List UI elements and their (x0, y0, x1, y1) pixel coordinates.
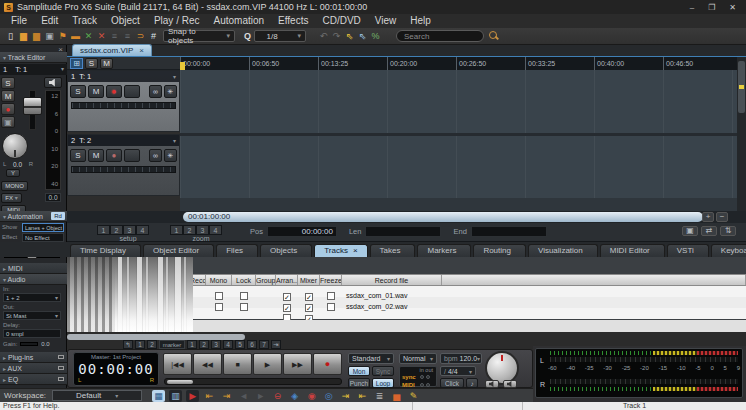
setup-preset-button[interactable]: 3 (123, 225, 136, 235)
marker-button[interactable]: 3 (211, 340, 221, 349)
toolbar-icon[interactable]: ▆ (30, 29, 43, 44)
bpm-select[interactable]: bpm 120.0▾ (440, 353, 482, 364)
output-select[interactable]: St Mast▾ (3, 311, 61, 320)
docker-tab[interactable]: Visualization (528, 244, 598, 257)
transport-button[interactable]: ▶ (253, 353, 282, 375)
time-display[interactable]: Master: 1st Project 00:00:00 L R (73, 352, 159, 386)
column-header[interactable]: Lock (232, 275, 256, 285)
mute-button[interactable]: M (1, 90, 15, 102)
workspace-select[interactable]: Default ▾ (52, 390, 142, 401)
column-header[interactable]: Arran... (276, 275, 298, 285)
range-recall-button[interactable]: 2 (147, 340, 157, 349)
workspace-tool-icon[interactable]: ⇥ (220, 390, 233, 402)
close-icon[interactable]: × (139, 46, 144, 55)
toolbar-icon[interactable]: ▬ (69, 29, 82, 44)
track-mute-button[interactable]: M (88, 85, 104, 98)
link-icon[interactable]: ∞ (149, 85, 162, 98)
table-row[interactable]: ssdax_com_01.wav (190, 286, 746, 297)
track-record-button[interactable]: ● (106, 85, 122, 98)
workspace-tool-icon[interactable]: ◈ (288, 390, 301, 402)
effect-select[interactable]: No Effect (22, 233, 64, 242)
docker-tab[interactable]: Object Editor (143, 244, 214, 257)
workspace-tool-icon[interactable]: ⇤ (203, 390, 216, 402)
menu-item[interactable]: Object (104, 14, 147, 28)
docker-tab[interactable]: Routing (473, 244, 526, 257)
menu-item[interactable]: Automation (206, 14, 271, 28)
toolbar-icon[interactable]: # (147, 29, 160, 44)
zoom-out-button[interactable]: − (716, 212, 728, 222)
column-header[interactable] (442, 275, 746, 285)
search-icon[interactable] (489, 31, 499, 41)
all-solo-button[interactable]: S (85, 58, 98, 69)
column-header[interactable]: Group (256, 275, 276, 285)
marker-button[interactable]: 5 (235, 340, 245, 349)
scrub-slider[interactable] (164, 378, 342, 385)
zoom-preset-button[interactable]: 3 (196, 225, 209, 235)
workspace-tool-icon[interactable]: ► (254, 390, 267, 402)
table-row[interactable] (190, 308, 746, 319)
docker-tab[interactable]: Files (216, 244, 258, 257)
metronome-icon[interactable]: ♪ (466, 378, 478, 388)
solo-button[interactable]: S (1, 77, 15, 89)
track-name-row[interactable]: 2 T: 2 ▾ (68, 135, 179, 146)
docker-tab[interactable]: VSTi (667, 244, 709, 257)
punch-toggle[interactable]: Punch (348, 378, 370, 388)
toolbar-icon[interactable]: ▆ (17, 29, 30, 44)
gear-icon[interactable]: ✳ (164, 149, 177, 162)
marker-button[interactable]: 2 (199, 340, 209, 349)
monitor-toggle[interactable]: Mon (348, 366, 370, 376)
tempo-mode-select[interactable]: Normal▾ (399, 353, 437, 364)
link-icon[interactable]: ∞ (149, 149, 162, 162)
close-button[interactable]: ✕ (729, 3, 736, 12)
pan-knob[interactable] (2, 133, 28, 159)
menu-item[interactable]: Help (403, 14, 438, 28)
track-mute-button[interactable]: M (88, 149, 104, 162)
toolbar-icon[interactable]: ↷ (330, 29, 343, 44)
docker-tab[interactable]: Objects (260, 244, 312, 257)
docker-tab[interactable]: Tracks × (314, 244, 367, 257)
minimize-button[interactable]: – (690, 3, 694, 12)
toolbar-icon[interactable]: ↶ (317, 29, 330, 44)
docker-tab[interactable]: MIDI Editor (600, 244, 665, 257)
speaker-down-button[interactable] (485, 380, 499, 388)
len-field[interactable] (365, 226, 441, 237)
click-toggle[interactable]: Click (440, 378, 464, 388)
end-field[interactable] (471, 226, 547, 237)
show-select[interactable]: Lanes + Object (22, 223, 64, 232)
all-mute-button[interactable]: M (100, 58, 113, 69)
toolbar-icon[interactable]: ⚑ (56, 29, 69, 44)
track-selector[interactable]: 1 T: 1 ▾ (0, 64, 67, 75)
grid-view-button[interactable]: ⊞ (70, 58, 83, 69)
chevron-down-icon[interactable]: ▾ (173, 73, 176, 80)
track-monitor-button[interactable] (124, 149, 140, 162)
setup-preset-button[interactable]: 4 (136, 225, 149, 235)
fx-button[interactable]: FX ▾ (1, 193, 22, 203)
workspace-tool-icon[interactable]: ▶ (186, 390, 199, 402)
zoom-preset-button[interactable]: 1 (170, 225, 183, 235)
zoom-preset-button[interactable]: 2 (183, 225, 196, 235)
play-mode-select[interactable]: Standard▾ (348, 353, 394, 364)
toolbar-icon[interactable]: ▯ (4, 29, 17, 44)
track-pan-ruler[interactable] (71, 102, 176, 109)
timeline-ruler[interactable]: 00:00:0000:06:5000:13:2500:20:0000:26:50… (180, 57, 737, 70)
toolbar-icon[interactable]: ≡ (108, 29, 121, 44)
workspace-tool-icon[interactable]: ⇤ (356, 390, 369, 402)
toolbar-icon[interactable]: ▣ (43, 29, 56, 44)
menu-item[interactable]: Effects (271, 14, 315, 28)
sync-toggle[interactable]: Sync (372, 366, 394, 376)
automation-read-button[interactable]: Rd (51, 212, 65, 220)
marker-button[interactable]: 1 (187, 340, 197, 349)
workspace-tool-icon[interactable]: ▥ (169, 390, 182, 402)
marker-button[interactable]: 4 (223, 340, 233, 349)
time-signature-select[interactable]: / 4/4▾ (440, 366, 476, 376)
close-icon[interactable]: × (353, 245, 358, 257)
view-tool-icon[interactable]: ⇄ (701, 226, 717, 236)
track-editor-header[interactable]: ▾ Track Editor (0, 52, 67, 63)
vertical-scrollbar[interactable] (737, 57, 746, 211)
menu-item[interactable]: File (4, 14, 34, 28)
record-arm-button[interactable]: ● (1, 103, 15, 115)
playhead-marker[interactable] (180, 62, 185, 70)
toolbar-icon[interactable]: ⊃ (134, 29, 147, 44)
setup-preset-button[interactable]: 2 (110, 225, 123, 235)
monitor-button[interactable] (44, 77, 62, 88)
